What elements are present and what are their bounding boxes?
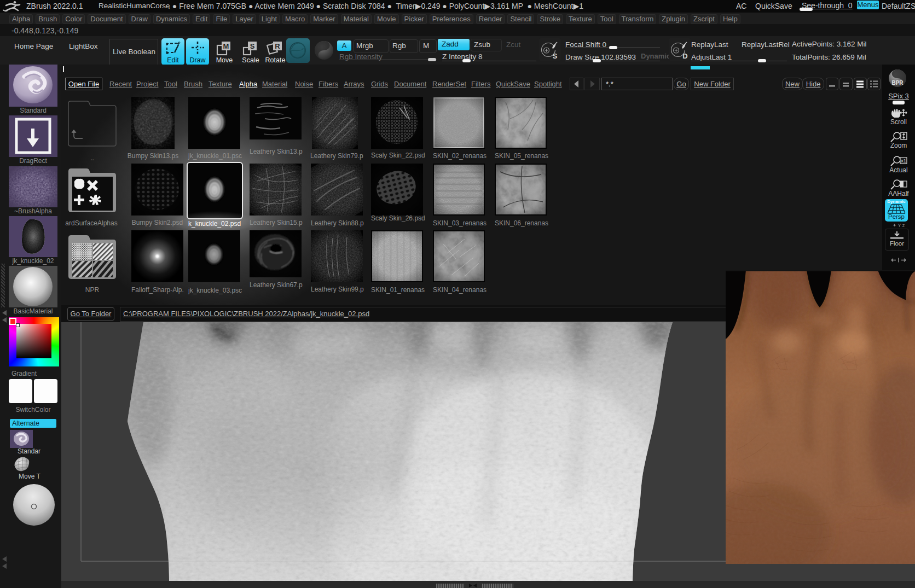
svg-text:x1: x1	[901, 158, 906, 164]
svg-text:D: D	[682, 52, 687, 60]
svg-text:S: S	[553, 52, 558, 60]
svg-text:BPR: BPR	[891, 80, 904, 86]
svg-text:S: S	[250, 42, 255, 50]
svg-text:M: M	[223, 42, 229, 50]
svg-text:R: R	[275, 42, 280, 50]
